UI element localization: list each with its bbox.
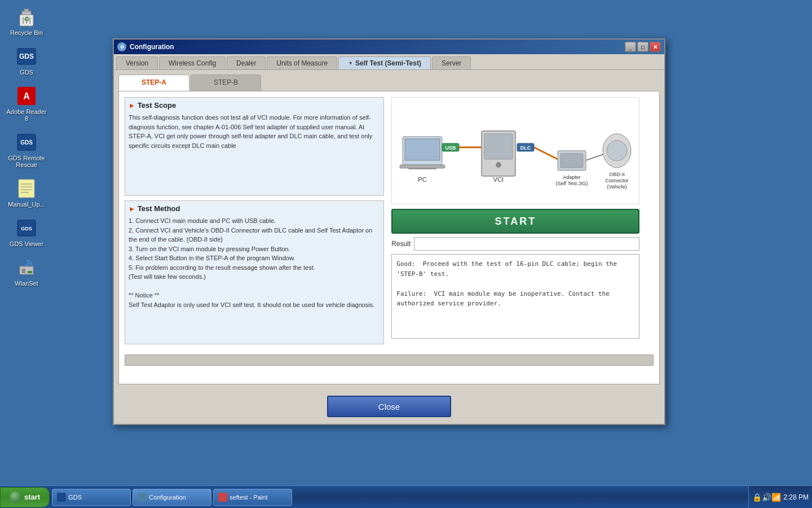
maximize-button[interactable]: □ [637, 42, 648, 52]
tab-step-a[interactable]: STEP-A [118, 75, 189, 91]
window-controls: _ □ ✕ [625, 42, 661, 52]
result-input[interactable] [414, 237, 639, 251]
close-button[interactable]: ✕ [650, 42, 661, 52]
gds-remote-icon: GDS [15, 131, 38, 154]
svg-rect-13 [19, 179, 34, 198]
adobe-label: Adobe Reader 8 [6, 108, 47, 122]
start-button[interactable]: start [0, 487, 50, 507]
svg-text:GDS: GDS [21, 226, 32, 231]
start-label: start [24, 493, 40, 501]
taskbar-item-paint[interactable]: seftest - Paint [213, 489, 292, 506]
svg-text:Adapter: Adapter [563, 174, 581, 180]
close-button-area: Close [114, 389, 664, 424]
manual-label: Manual_Up... [8, 201, 45, 208]
svg-rect-27 [408, 168, 436, 169]
tab-version[interactable]: Version [116, 56, 158, 69]
wlanset-label: WlanSet [15, 280, 38, 287]
gds-viewer-icon: GDS [15, 217, 38, 239]
gds-label: GDS [20, 69, 33, 76]
svg-text:VCI: VCI [493, 176, 504, 183]
desktop-icon-gds-remote[interactable]: GDS GDS Remote Rescue [6, 131, 47, 168]
adobe-icon: A [15, 85, 38, 107]
recycle-bin-label: Recycle Bin [10, 29, 43, 36]
svg-text:GDS: GDS [20, 139, 33, 146]
taskbar-paint-label: seftest - Paint [230, 494, 267, 501]
test-scope-section: ► Test Scope This self-diagnosis functio… [125, 97, 384, 196]
result-row: Result [391, 237, 639, 251]
svg-text:(Self Test JIG): (Self Test JIG) [556, 181, 588, 186]
test-scope-body: This self-diagnosis function does not te… [129, 113, 380, 150]
progress-bar [125, 354, 654, 366]
main-tabs: Version Wireless Config Dealer Units of … [114, 54, 664, 70]
taskbar-gds-label: GDS [68, 494, 82, 501]
result-textarea[interactable] [391, 254, 639, 339]
svg-text:Connector: Connector [606, 178, 629, 183]
taskbar-config-label: Configuration [149, 494, 186, 501]
desktop-icon-gds-viewer[interactable]: GDS GDS Viewer [6, 217, 47, 247]
window-icon: ⚙ [117, 42, 126, 51]
configuration-window: ⚙ Configuration _ □ ✕ Version Wireless C… [113, 38, 665, 425]
svg-rect-40 [561, 154, 583, 168]
svg-text:GDS: GDS [19, 52, 34, 60]
svg-rect-25 [405, 139, 440, 160]
tab-dealer[interactable]: Dealer [227, 56, 266, 69]
tab-wireless[interactable]: Wireless Config [159, 56, 226, 69]
gds-remote-label: GDS Remote Rescue [6, 155, 47, 168]
svg-line-38 [534, 147, 558, 159]
taskbar-item-config[interactable]: Configuration [133, 489, 211, 506]
svg-text:USB: USB [445, 145, 457, 151]
minimize-button[interactable]: _ [625, 42, 636, 52]
taskbar-paint-icon [218, 493, 227, 502]
tab-units[interactable]: Units of Measure [267, 56, 337, 69]
test-scope-arrow: ► [129, 102, 135, 110]
start-test-button[interactable]: START [391, 209, 639, 234]
desktop-icon-wlanset[interactable]: WlanSet [6, 256, 47, 287]
close-button-main[interactable]: Close [327, 396, 451, 417]
inner-tabs: STEP-A STEP-B [118, 75, 660, 91]
right-panel: PC USB VCI [391, 97, 639, 340]
desktop-icon-recycle-bin[interactable]: ♻ Recycle Bin [6, 6, 47, 36]
svg-rect-21 [22, 269, 25, 273]
svg-rect-33 [484, 134, 513, 159]
tab-server[interactable]: Server [432, 56, 471, 69]
taskbar-time: 2:28 PM [783, 493, 809, 501]
desktop-icon-manual[interactable]: Manual_Up... [6, 177, 47, 208]
hw-diagram-svg: PC USB VCI [397, 108, 634, 193]
test-method-body: 1. Connect VCI main module and PC with U… [129, 216, 380, 309]
window-title: Configuration [130, 43, 174, 51]
test-scope-label: Test Scope [138, 101, 176, 110]
recycle-bin-icon: ♻ [15, 6, 38, 28]
desktop: ♻ Recycle Bin GDS GDS A Adobe Reader 8 [0, 0, 812, 508]
desktop-icons: ♻ Recycle Bin GDS GDS A Adobe Reader 8 [6, 6, 47, 287]
svg-text:A: A [23, 91, 30, 101]
test-method-label: Test Method [138, 204, 180, 213]
taskbar-gds-icon [57, 493, 66, 502]
desktop-icon-gds[interactable]: GDS GDS [6, 45, 47, 76]
wlanset-icon [15, 256, 38, 279]
test-method-title: ► Test Method [129, 204, 380, 213]
gds-viewer-label: GDS Viewer [10, 240, 43, 247]
taskbar-item-gds[interactable]: GDS [52, 489, 131, 506]
gds-icon: GDS [15, 45, 38, 68]
tab-step-b[interactable]: STEP-B [191, 75, 261, 91]
inner-content-area: ► Test Scope This self-diagnosis functio… [118, 91, 660, 384]
taskbar-items: GDS Configuration seftest - Paint [52, 489, 748, 506]
manual-icon [15, 177, 38, 200]
test-method-section: ► Test Method 1. Connect VCI main module… [125, 200, 384, 344]
desktop-icon-adobe[interactable]: A Adobe Reader 8 [6, 85, 47, 122]
svg-point-23 [25, 264, 28, 266]
result-label: Result [391, 240, 411, 248]
svg-text:DLC: DLC [520, 145, 531, 151]
left-panels: ► Test Scope This self-diagnosis functio… [125, 97, 384, 349]
taskbar: start GDS Configuration seftest - Paint … [0, 485, 812, 508]
test-scope-title: ► Test Scope [129, 101, 380, 110]
window-content: STEP-A STEP-B ► Test Scope This self-dia… [114, 70, 664, 389]
system-tray: 🔒🔊📶 2:28 PM [748, 486, 812, 509]
window-titlebar: ⚙ Configuration _ □ ✕ [114, 40, 664, 54]
svg-text:OBD-II: OBD-II [610, 172, 625, 177]
svg-rect-22 [28, 271, 32, 273]
svg-text:PC: PC [418, 176, 427, 183]
svg-text:(Vehicle): (Vehicle) [607, 184, 627, 190]
svg-rect-26 [400, 165, 445, 168]
tab-selftest[interactable]: Self Test (Semi-Test) [338, 56, 431, 69]
